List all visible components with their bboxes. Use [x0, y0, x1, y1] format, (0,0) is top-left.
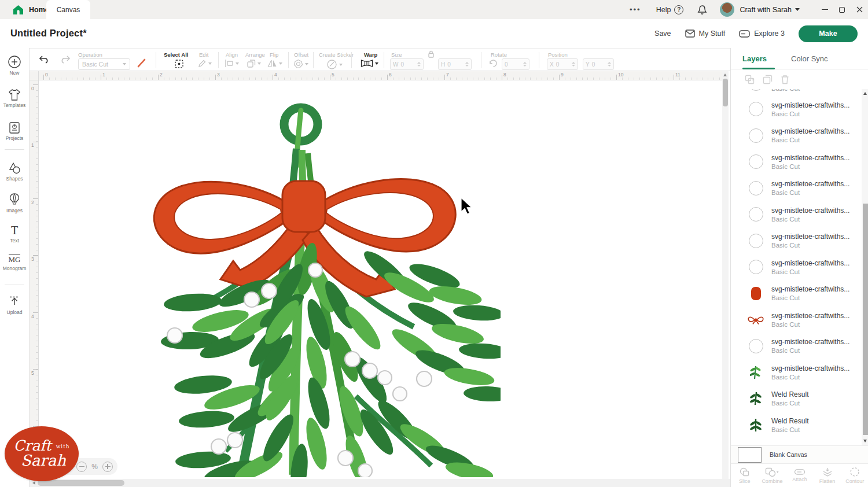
- save-button[interactable]: Save: [654, 29, 671, 38]
- ruler-number: 8: [503, 72, 506, 78]
- slice-button[interactable]: Slice: [731, 464, 759, 487]
- position-y-input[interactable]: Y 0: [583, 58, 614, 70]
- layer-row[interactable]: svg-mistletoe-craftwiths... Basic Cut: [731, 254, 862, 281]
- attach-button[interactable]: Attach: [786, 464, 814, 487]
- notifications-bell-icon[interactable]: [697, 5, 707, 15]
- sidebar-label: Images: [0, 208, 29, 213]
- layer-row[interactable]: svg-mistletoe-craftwiths... Basic Cut: [731, 281, 862, 307]
- scroll-down-arrow-icon[interactable]: [863, 440, 867, 442]
- stepper-icon[interactable]: [523, 62, 527, 67]
- layer-row[interactable]: svg-mistletoe-craftwiths... Basic Cut: [731, 123, 862, 149]
- sidebar-item-projects[interactable]: Projects: [0, 121, 29, 141]
- sidebar-item-text[interactable]: T Text: [0, 224, 29, 244]
- tab-layers[interactable]: Layers: [742, 48, 767, 69]
- layer-thumbnail-weld-sprig: [747, 390, 764, 407]
- user-menu-label[interactable]: Craft with Sarah: [740, 6, 792, 14]
- chevron-down-icon[interactable]: [795, 8, 800, 11]
- tab-canvas[interactable]: Canvas: [46, 0, 90, 19]
- layer-row[interactable]: svg-mistletoe-craftwiths... Basic Cut: [731, 307, 862, 333]
- scroll-up-arrow-icon[interactable]: [723, 73, 727, 76]
- warp-button[interactable]: [361, 59, 378, 68]
- layer-row[interactable]: svg-mistletoe-craftwiths... Basic Cut: [731, 175, 862, 202]
- layer-operation: Basic Cut: [771, 294, 849, 301]
- scrollbar-thumb[interactable]: [723, 79, 728, 106]
- select-all-button[interactable]: [174, 59, 184, 69]
- scrollbar-thumb[interactable]: [38, 480, 124, 486]
- contour-icon: [849, 467, 860, 477]
- align-button[interactable]: [225, 59, 239, 68]
- arrange-button[interactable]: [247, 59, 261, 68]
- avatar[interactable]: [720, 2, 734, 17]
- envelope-icon: [685, 29, 695, 38]
- scroll-left-arrow-icon[interactable]: [32, 481, 35, 485]
- canvas[interactable]: 0 1 2 3 4 5 6 7 8 9 10 11 0 1 2 3 4 5 6: [30, 71, 730, 487]
- ungroup-icon[interactable]: [745, 75, 755, 84]
- save-label: Save: [654, 29, 671, 38]
- canvas-vertical-scrollbar[interactable]: [722, 71, 729, 479]
- more-menu-icon[interactable]: •••: [630, 5, 641, 14]
- window-minimize-button[interactable]: [816, 0, 833, 19]
- size-height-input[interactable]: H 0: [438, 58, 472, 70]
- make-button[interactable]: Make: [799, 25, 858, 42]
- mistletoe-artwork[interactable]: [107, 95, 501, 477]
- sidebar-divider: [5, 285, 24, 285]
- operation-select[interactable]: Basic Cut: [78, 58, 130, 70]
- layer-row[interactable]: svg-mistletoe-craftwiths... Basic Cut: [731, 96, 862, 123]
- redo-button[interactable]: [60, 54, 71, 64]
- layer-row[interactable]: svg-mistletoe-craftwiths... Basic Cut: [731, 149, 862, 175]
- layer-thumbnail: [747, 89, 764, 93]
- duplicate-icon[interactable]: [763, 75, 773, 84]
- my-stuff-button[interactable]: My Stuff: [685, 29, 726, 38]
- undo-button[interactable]: [39, 54, 50, 64]
- machine-icon: [739, 30, 750, 38]
- canvas-horizontal-scrollbar[interactable]: [30, 479, 730, 487]
- create-sticker-button[interactable]: [326, 59, 343, 70]
- help-button[interactable]: Help ?: [656, 5, 684, 14]
- layer-row[interactable]: svg-mistletoe-craftwiths... Basic Cut: [731, 89, 862, 96]
- sidebar-item-shapes[interactable]: Shapes: [0, 161, 29, 182]
- layer-thumbnail: [747, 153, 764, 171]
- layer-thumbnail-weld-sprig: [747, 416, 764, 434]
- explore-machine-button[interactable]: Explore 3: [739, 29, 785, 38]
- stepper-icon[interactable]: [608, 62, 611, 67]
- blank-canvas-row[interactable]: Blank Canvas: [731, 445, 868, 463]
- hot-air-balloon-icon: [8, 193, 21, 206]
- stepper-icon[interactable]: [572, 62, 575, 67]
- sidebar-item-images[interactable]: Images: [0, 193, 29, 213]
- layer-row[interactable]: Weld Result Basic Cut: [731, 412, 862, 438]
- tab-color-sync[interactable]: Color Sync: [791, 48, 828, 69]
- size-width-input[interactable]: W 0: [390, 58, 424, 70]
- sidebar-item-templates[interactable]: Templates: [0, 88, 29, 108]
- combine-button[interactable]: Combine: [759, 464, 786, 487]
- delete-icon[interactable]: [781, 75, 789, 84]
- sidebar-item-new[interactable]: New: [0, 55, 29, 76]
- flatten-button[interactable]: Flatten: [814, 464, 841, 487]
- flip-button[interactable]: [267, 59, 282, 68]
- ruler-number: 5: [332, 72, 334, 78]
- window-maximize-button[interactable]: [833, 0, 851, 19]
- stepper-icon[interactable]: [465, 62, 469, 67]
- zoom-in-button[interactable]: [102, 462, 113, 472]
- layer-row[interactable]: svg-mistletoe-craftwiths... Basic Cut: [731, 228, 862, 254]
- sidebar-item-monogram[interactable]: MG Monogram: [0, 254, 29, 271]
- layer-row[interactable]: svg-mistletoe-craftwiths... Basic Cut: [731, 201, 862, 228]
- stepper-icon[interactable]: [417, 62, 421, 67]
- ruler-number: 9: [561, 72, 564, 78]
- clipboard-icon: [8, 121, 21, 134]
- zoom-out-button[interactable]: [76, 462, 87, 472]
- window-close-button[interactable]: [851, 0, 868, 19]
- lock-icon[interactable]: [428, 50, 435, 58]
- rotate-input[interactable]: 0: [502, 58, 529, 70]
- material-color-pen-icon[interactable]: [136, 57, 148, 69]
- contour-button[interactable]: Contour: [841, 464, 868, 487]
- layer-row[interactable]: svg-mistletoe-craftwiths... Basic Cut: [731, 333, 862, 360]
- layers-scrollbar[interactable]: [862, 89, 868, 445]
- edit-button[interactable]: [197, 59, 212, 68]
- offset-button[interactable]: [293, 59, 308, 69]
- layer-row[interactable]: svg-mistletoe-craftwiths... Basic Cut: [731, 359, 862, 386]
- sidebar-item-upload[interactable]: Upload: [0, 296, 29, 315]
- scrollbar-thumb[interactable]: [863, 204, 868, 435]
- position-x-input[interactable]: X 0: [547, 58, 578, 70]
- scroll-up-arrow-icon[interactable]: [863, 92, 867, 95]
- layer-row[interactable]: Weld Result Basic Cut: [731, 386, 862, 412]
